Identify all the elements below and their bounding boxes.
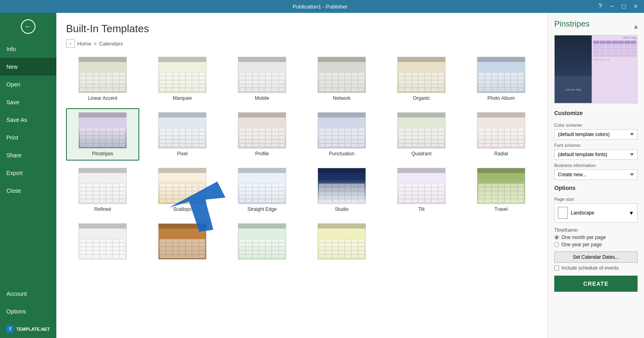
breadcrumb-back-button[interactable]: ‹ bbox=[66, 39, 75, 48]
sidebar-item-close-label: Close bbox=[6, 188, 21, 194]
customize-label: Customize bbox=[554, 110, 638, 116]
sidebar-item-export-label: Export bbox=[6, 170, 23, 176]
template-item-linear-accent[interactable]: Linear Accent bbox=[66, 53, 139, 105]
page-size-icon bbox=[558, 207, 568, 219]
page-size-selector[interactable]: Landscape ▼ bbox=[554, 203, 638, 223]
include-schedule-checkbox[interactable] bbox=[554, 266, 559, 270]
sidebar-item-share[interactable]: Share bbox=[0, 146, 56, 164]
close-button[interactable]: × bbox=[632, 3, 640, 10]
page-size-chevron: ▼ bbox=[629, 210, 634, 216]
radio-one-month-btn[interactable] bbox=[554, 235, 559, 240]
sidebar-item-print[interactable]: Print bbox=[0, 129, 56, 146]
templates-scroll-area[interactable]: Linear AccentMarqueeMobileNetworkOrganic… bbox=[56, 53, 547, 338]
sidebar-item-save[interactable]: Save bbox=[0, 93, 56, 111]
radio-one-year[interactable]: One year per page bbox=[554, 242, 638, 247]
sidebar-item-save-label: Save bbox=[6, 99, 19, 105]
maximize-button[interactable]: □ bbox=[619, 3, 628, 10]
minimize-button[interactable]: − bbox=[608, 3, 616, 10]
radio-one-year-btn[interactable] bbox=[554, 242, 559, 247]
template-thumb-straight-edge bbox=[238, 168, 286, 204]
template-item-radial[interactable]: Radial bbox=[464, 108, 538, 161]
template-item-extra2[interactable] bbox=[146, 219, 219, 266]
template-item-tilt[interactable]: Tilt bbox=[385, 164, 458, 216]
template-item-pinstripes[interactable]: Pinstripes bbox=[66, 108, 139, 161]
logo-text: TEMPLATE.NET bbox=[16, 327, 50, 332]
font-scheme-select[interactable]: (default template fonts) bbox=[554, 149, 638, 160]
sidebar-item-close[interactable]: Close bbox=[0, 182, 56, 200]
template-item-punctuation[interactable]: Punctuation bbox=[305, 108, 378, 161]
template-item-travel[interactable]: Travel bbox=[464, 164, 538, 216]
template-name-tilt: Tilt bbox=[418, 206, 425, 212]
sidebar-item-account-label: Account bbox=[6, 291, 27, 297]
template-name-linear-accent: Linear Accent bbox=[88, 95, 118, 101]
template-name-organic: Organic bbox=[413, 95, 430, 101]
sidebar-item-save-as[interactable]: Save As bbox=[0, 111, 56, 129]
sidebar-item-new-label: New bbox=[6, 64, 18, 70]
template-item-refined[interactable]: Refined bbox=[66, 164, 139, 216]
template-item-photo-album[interactable]: Photo Album bbox=[464, 53, 538, 105]
radio-one-month[interactable]: One month per page bbox=[554, 235, 638, 240]
sidebar-item-export[interactable]: Export bbox=[0, 164, 56, 182]
templates-grid: Linear AccentMarqueeMobileNetworkOrganic… bbox=[66, 53, 538, 269]
template-thumb-network bbox=[318, 57, 366, 93]
template-item-network[interactable]: Network bbox=[305, 53, 378, 105]
template-item-extra4[interactable] bbox=[305, 219, 378, 266]
sidebar-item-options[interactable]: Options bbox=[0, 303, 56, 320]
font-scheme-label: Font scheme: bbox=[554, 143, 638, 148]
template-thumb-profile bbox=[238, 112, 286, 148]
template-name-marquee: Marquee bbox=[173, 95, 192, 101]
include-schedule-label: Include schedule of events bbox=[561, 265, 619, 271]
template-item-studio[interactable]: Studio bbox=[305, 164, 378, 216]
template-name-studio: Studio bbox=[335, 206, 349, 212]
back-button[interactable]: ← bbox=[21, 19, 35, 34]
template-thumb-scallops bbox=[158, 168, 206, 204]
template-thumb-studio bbox=[318, 168, 366, 204]
template-thumb-photo-album bbox=[477, 57, 525, 93]
template-thumb-mobile bbox=[238, 57, 286, 93]
template-name-profile: Profile bbox=[255, 151, 269, 157]
radio-one-month-label: One month per page bbox=[561, 235, 606, 240]
template-item-straight-edge[interactable]: Straight Edge bbox=[225, 164, 299, 216]
help-button[interactable]: ? bbox=[596, 3, 605, 10]
template-item-quadrant[interactable]: Quadrant bbox=[385, 108, 458, 161]
template-item-extra3[interactable] bbox=[225, 219, 299, 266]
color-scheme-label: Color scheme: bbox=[554, 123, 638, 128]
template-name-pinstripes: Pinstripes bbox=[92, 151, 114, 157]
sidebar-item-new[interactable]: New bbox=[0, 58, 56, 76]
title-bar-controls: ? − □ × bbox=[596, 3, 640, 10]
template-item-scallops[interactable]: Scallops bbox=[146, 164, 219, 216]
preview-left: ullame alig bbox=[555, 35, 592, 103]
sidebar-item-account[interactable]: Account bbox=[0, 285, 56, 303]
business-info-select[interactable]: Create new... bbox=[554, 169, 638, 180]
sidebar-item-options-label: Options bbox=[6, 308, 26, 315]
page-size-value: Landscape bbox=[571, 210, 625, 216]
sidebar-item-open[interactable]: Open bbox=[0, 76, 56, 93]
sidebar-back: ← bbox=[0, 13, 56, 40]
options-label: Options bbox=[554, 185, 638, 191]
color-scheme-select[interactable]: (default template colors) bbox=[554, 129, 638, 140]
include-schedule-row[interactable]: Include schedule of events bbox=[554, 265, 638, 271]
create-button[interactable]: CREATE bbox=[554, 276, 638, 292]
template-item-pixel[interactable]: Pixel bbox=[146, 108, 219, 161]
main-header: Built-In Templates ‹ Home > Calendars bbox=[56, 13, 547, 53]
panel-title: Pinstripes bbox=[554, 19, 590, 29]
template-item-mobile[interactable]: Mobile bbox=[225, 53, 299, 105]
template-item-marquee[interactable]: Marquee bbox=[146, 53, 219, 105]
breadcrumb-home[interactable]: Home bbox=[77, 41, 91, 47]
template-item-organic[interactable]: Organic bbox=[385, 53, 458, 105]
page-title: Built-In Templates bbox=[66, 23, 538, 35]
title-bar: Publication1 - Publisher ? − □ × bbox=[0, 0, 644, 13]
sidebar-item-info[interactable]: Info bbox=[0, 40, 56, 58]
template-thumb-pinstripes bbox=[78, 112, 127, 148]
set-calendar-dates-button[interactable]: Set Calendar Dates... bbox=[554, 251, 638, 263]
sidebar: ← Info New Open Save Save As Print Share… bbox=[0, 13, 56, 338]
template-item-profile[interactable]: Profile bbox=[225, 108, 299, 161]
template-name-mobile: Mobile bbox=[255, 95, 269, 101]
template-name-pixel: Pixel bbox=[177, 151, 188, 157]
template-thumb-extra2 bbox=[158, 223, 206, 260]
template-item-extra1[interactable] bbox=[66, 219, 139, 266]
template-thumb-tilt bbox=[397, 168, 446, 204]
panel-scroll-up[interactable]: ▲ bbox=[633, 23, 638, 30]
template-name-photo-album: Photo Album bbox=[487, 95, 515, 101]
sidebar-item-info-label: Info bbox=[6, 46, 16, 52]
